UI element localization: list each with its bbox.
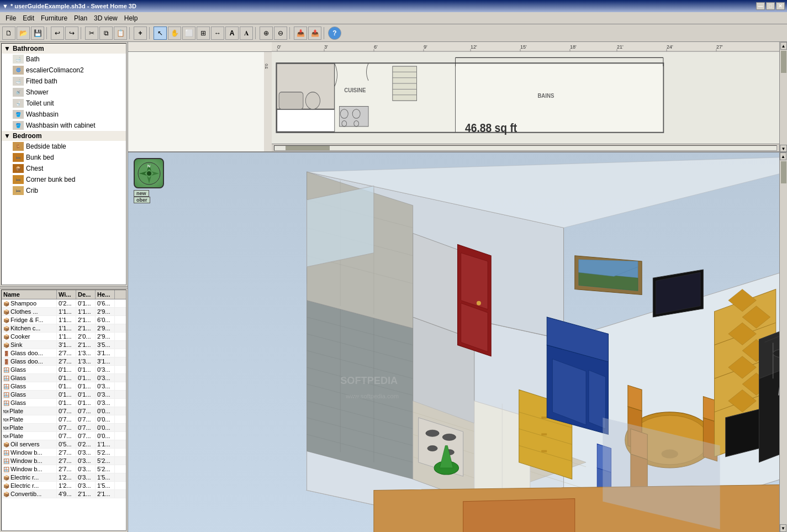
table-row[interactable]: 📦Shampoo 0'2... 0'1... 0'6... (2, 299, 126, 308)
table-cell-depth: 2'1... (76, 341, 96, 349)
table-row[interactable]: 🪟Glass 0'1... 0'1... 0'3... (2, 366, 126, 374)
table-row[interactable]: 📦Kitchen c... 1'1... 2'1... 2'9... (2, 324, 126, 333)
add-furniture-button[interactable]: + (134, 27, 147, 40)
nav-compass[interactable]: N (134, 158, 164, 188)
tree-item-crib[interactable]: 🛏 Crib (2, 185, 126, 196)
plan-content[interactable]: 46.88 sq ft CUISINE BAINS (272, 52, 779, 144)
view3d-scroll-up[interactable]: ▲ (780, 152, 786, 160)
table-row[interactable]: 📦Oil servers 0'5... 0'2... 1'1... (2, 440, 126, 449)
zoom-in-button[interactable]: ⊕ (260, 27, 273, 40)
furniture-table[interactable]: Name Wi... De... He... 📦Shampoo 0'2... 0… (1, 289, 126, 531)
plan-vscrollbar[interactable]: ▲ ▼ (779, 42, 787, 152)
table-row[interactable]: 🍽Plate 0'7... 0'7... 0'0... (2, 424, 126, 432)
scroll-down-arrow[interactable]: ▼ (780, 145, 787, 152)
new-button[interactable]: 🗋 (2, 27, 15, 40)
table-row[interactable]: 🪟Glass 0'1... 0'1... 0'3... (2, 382, 126, 391)
select-button[interactable]: ↖ (154, 27, 167, 40)
menu-help[interactable]: Help (121, 13, 141, 23)
redo-button[interactable]: ↪ (65, 27, 78, 40)
table-row[interactable]: 🪟Window b... 2'7... 0'3... 5'2... (2, 449, 126, 457)
table-cell-depth: 0'7... (76, 407, 96, 415)
undo-button[interactable]: ↩ (51, 27, 64, 40)
table-row[interactable]: 🚪Glass doo... 2'7... 1'3... 3'1... (2, 349, 126, 357)
tree-item-escalier[interactable]: 🌀 escalierColimacon2 (2, 65, 126, 76)
table-row[interactable]: 📦Convertib... 4'9... 2'1... 2'1... (2, 490, 126, 498)
category-bedroom[interactable]: ▼ Bedroom (2, 131, 126, 141)
plan-view[interactable]: 0' 3' 6' 9' 12' 15' 18' 21' 24' (128, 42, 787, 152)
table-row[interactable]: 🪟Window b... 2'7... 0'3... 5'2... (2, 457, 126, 465)
import-button[interactable]: 📥 (294, 27, 307, 40)
menu-plan[interactable]: Plan (71, 13, 91, 23)
table-cell-width: 3'1... (57, 341, 76, 349)
menu-3dview[interactable]: 3D view (91, 13, 121, 23)
menu-furniture[interactable]: Furniture (38, 13, 71, 23)
create-label-button[interactable]: A (225, 27, 239, 40)
table-cell-name: 🍽Plate (2, 407, 57, 415)
hscrollbar-thumb-plan[interactable] (286, 146, 330, 150)
table-cell-name: 🪟Window b... (2, 457, 57, 465)
tree-item-bedside[interactable]: 🪑 Bedside table (2, 141, 126, 152)
fitted-bath-icon: 🛁 (13, 77, 24, 86)
svg-text:46.88 sq ft: 46.88 sq ft (465, 121, 517, 135)
tree-item-shower[interactable]: 🚿 Shower (2, 87, 126, 98)
tree-item-washbasin[interactable]: 🪣 Washbasin (2, 109, 126, 120)
svg-rect-0 (272, 42, 787, 52)
table-row[interactable]: 🍽Plate 0'7... 0'7... 0'0... (2, 407, 126, 415)
table-cell-width: 2'7... (57, 449, 76, 456)
tree-item-bunk-bed[interactable]: 🛏 Bunk bed (2, 152, 126, 163)
tree-item-bath[interactable]: 🛁 Bath (2, 54, 126, 65)
table-row[interactable]: 🪟Window b... 2'7... 0'3... 5'2... (2, 465, 126, 473)
table-row[interactable]: 📦Fridge & F... 1'1... 2'1... 6'0... (2, 316, 126, 324)
table-row[interactable]: 🍽Plate 0'7... 0'7... 0'0... (2, 415, 126, 424)
panel-divider[interactable] (0, 286, 128, 288)
table-body[interactable]: 📦Shampoo 0'2... 0'1... 0'6... 📦Clothes .… (2, 299, 126, 531)
table-row[interactable]: 📦Sink 3'1... 2'1... 3'5... (2, 341, 126, 349)
view3d-scroll-down[interactable]: ▼ (780, 524, 786, 532)
maximize-button[interactable]: □ (766, 2, 775, 10)
table-cell-depth: 0'3... (76, 482, 96, 489)
table-cell-height: 0'3... (96, 374, 115, 382)
svg-text:24': 24' (667, 44, 673, 50)
help-button[interactable]: ? (328, 27, 341, 40)
close-button[interactable]: ✕ (776, 2, 785, 10)
plan-hscrollbar[interactable] (272, 144, 779, 151)
view3d-vscrollbar[interactable]: ▲ ▼ (779, 152, 787, 532)
cut-button[interactable]: ✂ (85, 27, 98, 40)
copy-button[interactable]: ⧉ (99, 27, 113, 40)
table-row[interactable]: 🚪Glass doo... 2'7... 1'3... 3'1... (2, 357, 126, 366)
tree-item-chest[interactable]: 📦 Chest (2, 163, 126, 174)
tree-item-washbasin-cabinet[interactable]: 🪣 Washbasin with cabinet (2, 120, 126, 131)
menu-file[interactable]: File (2, 13, 19, 23)
scroll-thumb-plan[interactable] (781, 51, 786, 73)
table-row[interactable]: 📦Electric r... 1'2... 0'3... 1'5... (2, 473, 126, 482)
table-row[interactable]: 📦Electric r... 1'2... 0'3... 1'5... (2, 482, 126, 490)
chest-icon: 📦 (13, 164, 24, 173)
paste-button[interactable]: 📋 (114, 27, 127, 40)
create-room-button[interactable]: ⊞ (197, 27, 210, 40)
zoom-out-button[interactable]: ⊖ (274, 27, 287, 40)
minimize-button[interactable]: — (756, 2, 765, 10)
text-style-button[interactable]: 𝐀 (240, 27, 253, 40)
open-button[interactable]: 📂 (17, 27, 30, 40)
tree-item-toilet[interactable]: 🚽 Toilet unit (2, 98, 126, 109)
table-row[interactable]: 📦Cooker 1'1... 2'0... 2'9... (2, 333, 126, 341)
category-bathroom[interactable]: ▼ Bathroom (2, 44, 126, 54)
table-row[interactable]: 🪟Glass 0'1... 0'1... 0'3... (2, 399, 126, 407)
scroll-up-arrow[interactable]: ▲ (780, 42, 787, 50)
table-row[interactable]: 🪟Glass 0'1... 0'1... 0'3... (2, 391, 126, 399)
export-button[interactable]: 📤 (308, 27, 321, 40)
menu-edit[interactable]: Edit (19, 13, 38, 23)
create-wall-button[interactable]: ⬜ (182, 27, 196, 40)
pan-button[interactable]: ✋ (168, 27, 181, 40)
save-button[interactable]: 💾 (31, 27, 44, 40)
col-height: He... (96, 290, 115, 299)
view-3d[interactable]: N new ober (128, 152, 787, 532)
create-dimension-button[interactable]: ↔ (211, 27, 224, 40)
furniture-tree[interactable]: ▼ Bathroom 🛁 Bath 🌀 escalierColimacon2 🛁… (1, 43, 126, 285)
view3d-scroll-thumb[interactable] (781, 161, 786, 183)
table-row[interactable]: 🍽Plate 0'7... 0'7... 0'0... (2, 432, 126, 440)
tree-item-corner-bunk[interactable]: 🛏 Corner bunk bed (2, 174, 126, 185)
table-row[interactable]: 🪟Glass 0'1... 0'1... 0'3... (2, 374, 126, 382)
tree-item-fitted-bath[interactable]: 🛁 Fitted bath (2, 76, 126, 87)
table-row[interactable]: 📦Clothes ... 1'1... 1'1... 2'9... (2, 308, 126, 316)
